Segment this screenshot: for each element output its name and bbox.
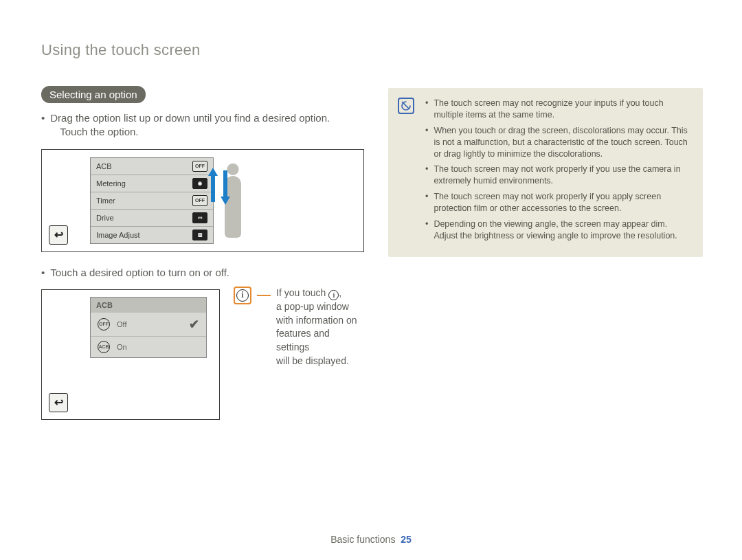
lcd-screen-1[interactable]: ACB OFF Metering ◉ Timer OFF Drive ▭ Ima… xyxy=(90,157,214,244)
note-text: The touch screen may not recognize your … xyxy=(434,98,690,121)
info-button-callout[interactable]: i xyxy=(234,287,251,304)
lcd-label: Timer xyxy=(96,197,115,205)
note-icon xyxy=(398,98,414,114)
option-on-label: On xyxy=(117,343,127,351)
note-text: When you touch or drag the screen, disco… xyxy=(434,125,690,160)
acb-on-mini-icon: ACB xyxy=(98,341,110,353)
page-footer: Basic functions 25 xyxy=(0,534,742,545)
info-icon: i xyxy=(236,289,249,302)
option-off-label: Off xyxy=(117,320,126,328)
back-arrow-icon: ↩ xyxy=(54,396,63,409)
intro-item-2: Touch a desired option to turn on or off… xyxy=(41,266,364,280)
note-item: When you touch or drag the screen, disco… xyxy=(425,125,690,160)
callout-line3: with information on xyxy=(276,315,357,326)
callout-line2: a pop-up window xyxy=(276,301,349,312)
lcd-row-metering[interactable]: Metering ◉ xyxy=(91,175,213,192)
figure-1: ACB OFF Metering ◉ Timer OFF Drive ▭ Ima… xyxy=(41,149,364,252)
note-text: The touch screen may not work properly i… xyxy=(434,191,690,214)
drag-down-arrow-icon xyxy=(221,170,230,205)
lcd-screen-2[interactable]: ACB OFF Off ✔ ACB On xyxy=(90,297,207,358)
page-title: Using the touch screen xyxy=(41,41,201,59)
note-text: The touch screen may not work properly i… xyxy=(434,164,690,187)
callout-line1-post: , xyxy=(339,287,341,298)
drive-icon: ▭ xyxy=(192,212,207,223)
drag-up-arrow-icon xyxy=(208,168,218,202)
intro-2-text: Touch a desired option to turn on or off… xyxy=(50,266,229,280)
image-adjust-icon: ▥ xyxy=(192,229,207,240)
note-item: Depending on the viewing angle, the scre… xyxy=(425,219,690,242)
intro-1-text: Drag the option list up or down until yo… xyxy=(50,112,330,124)
lcd-label: Image Adjust xyxy=(96,231,140,239)
timer-off-icon: OFF xyxy=(192,195,207,206)
note-item: The touch screen may not recognize your … xyxy=(425,98,690,121)
intro-list-2: Touch a desired option to turn on or off… xyxy=(41,266,364,280)
intro-list-1: Drag the option list up or down until yo… xyxy=(41,111,364,139)
callout-line5: will be displayed. xyxy=(276,355,349,366)
section-badge: Selecting an option xyxy=(41,86,146,103)
lcd-label: ACB xyxy=(96,162,112,170)
check-icon: ✔ xyxy=(189,317,199,332)
metering-icon: ◉ xyxy=(192,178,207,189)
callout-line1-pre: If you touch xyxy=(276,287,328,298)
back-arrow-icon: ↩ xyxy=(54,228,63,241)
back-button[interactable]: ↩ xyxy=(49,393,68,412)
lcd-label: Drive xyxy=(96,214,114,222)
footer-page-number: 25 xyxy=(401,534,412,545)
note-item: The touch screen may not work properly i… xyxy=(425,164,690,187)
figure-2: ACB OFF Off ✔ ACB On ↩ xyxy=(41,289,220,420)
note-list: The touch screen may not recognize your … xyxy=(425,98,690,242)
acb-off-icon: OFF xyxy=(192,161,207,172)
info-inline-icon: i xyxy=(328,290,339,300)
intro-item-1: Drag the option list up or down until yo… xyxy=(41,111,364,139)
callout-text: If you touch i, a pop-up window with inf… xyxy=(276,287,364,368)
acb-off-mini-icon: OFF xyxy=(98,318,110,331)
callout-connector-line xyxy=(257,295,271,296)
lcd-row-drive[interactable]: Drive ▭ xyxy=(91,210,213,227)
lcd-row-image-adjust[interactable]: Image Adjust ▥ xyxy=(91,227,213,243)
note-item: The touch screen may not work properly i… xyxy=(425,191,690,214)
lcd-label: Metering xyxy=(96,179,126,188)
figure-2-wrap: ACB OFF Off ✔ ACB On ↩ i If yo xyxy=(41,280,364,434)
info-callout-group: i If you touch i, a pop-up window with i… xyxy=(234,287,364,368)
lcd-row-acb[interactable]: ACB OFF xyxy=(91,158,213,175)
acb-header: ACB xyxy=(91,298,206,313)
left-column: Selecting an option Drag the option list… xyxy=(41,86,364,434)
note-box: The touch screen may not recognize your … xyxy=(388,88,703,257)
lcd-row-timer[interactable]: Timer OFF xyxy=(91,192,213,210)
note-text: Depending on the viewing angle, the scre… xyxy=(434,219,690,242)
back-button[interactable]: ↩ xyxy=(49,225,68,245)
option-off-row[interactable]: OFF Off ✔ xyxy=(91,313,206,337)
footer-label: Basic functions xyxy=(330,534,395,545)
option-on-row[interactable]: ACB On xyxy=(91,337,206,357)
intro-1-sub: Touch the option. xyxy=(60,125,330,139)
callout-line4: features and settings xyxy=(276,328,330,352)
